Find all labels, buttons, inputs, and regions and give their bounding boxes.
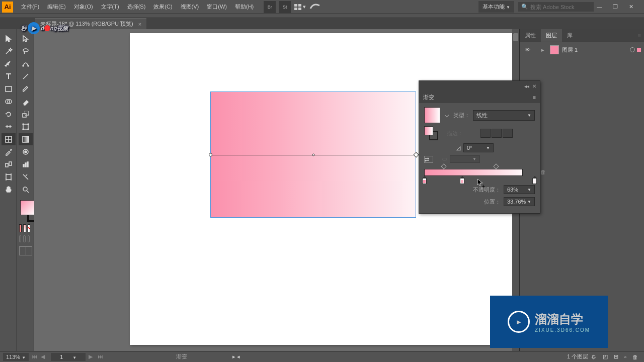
gradient-panel[interactable]: ◂◂ ✕ 渐变 ≡ 类型： 线性▼ 描边： ◿ <box>419 80 540 214</box>
tab-libraries[interactable]: 库 <box>562 29 578 42</box>
maximize-button[interactable]: ❐ <box>613 4 623 11</box>
column-graph-tool[interactable] <box>19 158 33 170</box>
locate-object-icon[interactable]: ⯐ <box>591 354 597 360</box>
location-input[interactable]: 33.76%▼ <box>504 197 535 206</box>
magic-wand-tool[interactable] <box>2 45 16 57</box>
color-mode-none[interactable] <box>28 224 30 232</box>
panel-menu-icon[interactable]: ≡ <box>638 33 641 39</box>
last-artboard-icon[interactable]: ⏭ <box>98 353 105 360</box>
menu-window[interactable]: 窗口(W) <box>203 1 231 13</box>
new-layer-icon[interactable]: ▫ <box>624 354 626 360</box>
angle-input[interactable]: 0°▼ <box>463 143 494 152</box>
hand-tool[interactable] <box>2 184 16 196</box>
close-window-button[interactable]: ✕ <box>629 4 639 11</box>
menu-help[interactable]: 帮助(H) <box>231 1 258 13</box>
eraser-tool[interactable] <box>19 96 33 108</box>
line-tool[interactable] <box>19 70 33 82</box>
artboard-tool[interactable] <box>2 171 16 183</box>
gradient-ramp[interactable] <box>424 169 523 176</box>
rotate-tool[interactable] <box>2 108 16 120</box>
stroke-grad-along[interactable] <box>492 129 502 138</box>
close-tab-icon[interactable]: × <box>138 21 141 27</box>
menu-view[interactable]: 视图(V) <box>177 1 203 13</box>
gradient-slider[interactable]: 🗑 <box>424 169 535 176</box>
color-stop[interactable] <box>422 178 427 184</box>
gradient-panel-menu-icon[interactable]: ≡ <box>533 94 536 100</box>
pen-tool[interactable] <box>2 58 16 70</box>
bridge-icon[interactable]: Br <box>264 1 276 13</box>
stock-icon[interactable]: St <box>279 1 291 13</box>
curvature-tool[interactable] <box>19 58 33 70</box>
direct-selection-tool[interactable] <box>19 33 33 45</box>
status-play-icon[interactable]: ▸ ◂ <box>232 353 240 360</box>
close-panel-icon[interactable]: ✕ <box>532 83 536 89</box>
draw-normal[interactable] <box>19 235 21 242</box>
selection-tool[interactable] <box>2 33 16 45</box>
make-clip-icon[interactable]: ◰ <box>603 353 608 360</box>
gradient-preset-dropdown-icon[interactable] <box>445 113 449 117</box>
layer-target-icon[interactable] <box>630 47 635 52</box>
collapse-panel-icon[interactable]: ◂◂ <box>524 83 529 89</box>
arrange-icon[interactable]: ▾ <box>294 1 306 13</box>
color-mode-gradient[interactable] <box>23 224 26 232</box>
tab-properties[interactable]: 属性 <box>520 29 541 42</box>
workspace-switcher[interactable]: 基本功能 ▼ <box>478 1 514 13</box>
paintbrush-tool[interactable] <box>19 83 33 95</box>
scroll-thumb[interactable] <box>513 33 518 41</box>
menu-edit[interactable]: 编辑(E) <box>43 1 70 13</box>
opacity-stop[interactable] <box>441 163 447 169</box>
first-artboard-icon[interactable]: ⏮ <box>32 353 39 360</box>
screen-mode[interactable] <box>19 246 32 255</box>
layer-row[interactable]: 👁 ▸ 图层 1 <box>520 42 644 57</box>
stock-search-input[interactable] <box>530 4 591 10</box>
tab-layers[interactable]: 图层 <box>541 29 562 42</box>
width-tool[interactable] <box>2 121 16 133</box>
gradient-rectangle[interactable] <box>210 92 416 218</box>
color-mode-solid[interactable] <box>19 224 22 232</box>
artboard-number[interactable]: 1 ▼ <box>51 353 86 361</box>
color-stop[interactable] <box>532 178 537 184</box>
free-transform-tool[interactable] <box>19 121 33 133</box>
menu-file[interactable]: 文件(F) <box>17 1 43 13</box>
scale-tool[interactable] <box>19 108 33 120</box>
expand-layer-icon[interactable]: ▸ <box>539 47 547 53</box>
layer-name[interactable]: 图层 1 <box>562 46 630 54</box>
measure-tool[interactable] <box>19 146 33 158</box>
reverse-gradient-icon[interactable]: ⇄ <box>424 156 433 163</box>
menu-effect[interactable]: 效果(C) <box>149 1 176 13</box>
delete-stop-icon[interactable]: 🗑 <box>540 169 546 175</box>
prev-artboard-icon[interactable]: ◀ <box>41 353 48 360</box>
zoom-tool[interactable] <box>19 184 33 196</box>
gradient-panel-titlebar[interactable]: ◂◂ ✕ <box>419 81 540 91</box>
delete-layer-icon[interactable]: 🗑 <box>632 354 638 360</box>
color-stop[interactable] <box>460 178 464 184</box>
eyedropper-tool[interactable] <box>2 146 16 158</box>
new-sublayer-icon[interactable]: ⊞ <box>614 353 618 360</box>
stroke-grad-within[interactable] <box>480 129 491 138</box>
gradient-mid-handle[interactable] <box>312 153 314 156</box>
next-artboard-icon[interactable]: ▶ <box>89 353 96 360</box>
minimize-button[interactable]: — <box>597 4 607 11</box>
lasso-tool[interactable] <box>19 45 33 57</box>
zoom-level[interactable]: 113% ▼ <box>3 353 29 361</box>
gradient-type-select[interactable]: 线性▼ <box>473 110 535 121</box>
gradient-panel-tab[interactable]: 渐变 <box>423 94 434 101</box>
blend-tool[interactable] <box>2 158 16 170</box>
gradient-start-handle[interactable] <box>209 153 212 156</box>
rectangle-tool[interactable] <box>2 83 16 95</box>
gradient-preview-swatch[interactable] <box>424 107 440 123</box>
stock-search[interactable]: 🔍 <box>518 2 594 12</box>
draw-inside[interactable] <box>28 235 30 242</box>
menu-select[interactable]: 选择(S) <box>123 1 150 13</box>
opacity-stop[interactable] <box>493 163 499 169</box>
fill-stroke-toggle[interactable] <box>424 126 438 140</box>
fill-swatch[interactable] <box>20 200 35 215</box>
gradient-tool[interactable] <box>19 133 33 145</box>
stroke-grad-across[interactable] <box>503 129 513 138</box>
menu-type[interactable]: 文字(T) <box>97 1 123 13</box>
menu-object[interactable]: 对象(O) <box>70 1 97 13</box>
visibility-icon[interactable]: 👁 <box>523 47 532 53</box>
type-tool[interactable] <box>2 70 16 82</box>
slice-tool[interactable] <box>19 171 33 183</box>
gradient-end-handle[interactable] <box>413 152 419 157</box>
